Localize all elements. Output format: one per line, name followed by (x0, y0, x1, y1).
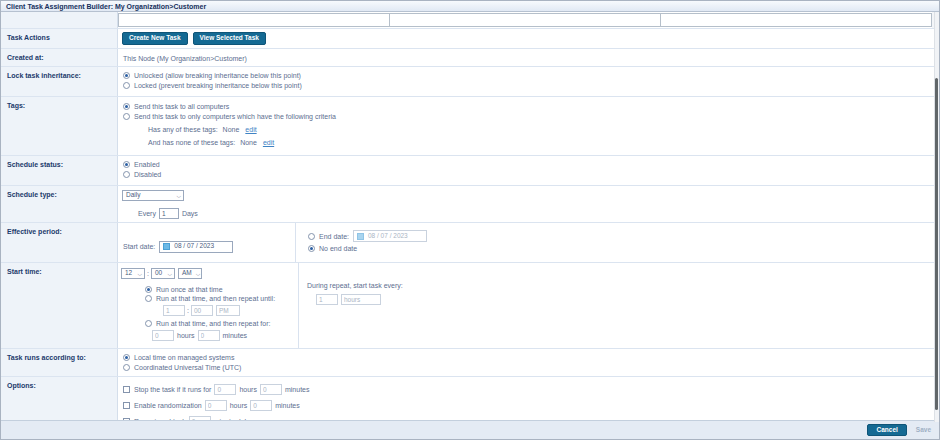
local-time-radio[interactable] (123, 354, 130, 361)
during-repeat-inputs (316, 294, 939, 305)
repeat-until-radio[interactable] (145, 295, 152, 302)
repeat-for-hours-input[interactable] (152, 330, 174, 341)
hours-label: hours (177, 332, 195, 339)
during-repeat-group: During repeat, start task every: (299, 263, 939, 348)
utc-option: Coordinated Universal Time (UTC) (123, 364, 939, 371)
local-time-label: Local time on managed systems (134, 354, 234, 361)
run-once-label: Run once at that time (156, 286, 223, 293)
randomization-minutes-input[interactable] (250, 400, 272, 411)
repeat-for-inputs: hours minutes (152, 330, 298, 341)
repeat-until-inputs: : (163, 305, 298, 316)
start-time-left: 12 ⌵ : 00 ⌵ AM ⌵ Run once at that ti (118, 263, 298, 348)
criteria-computers-radio[interactable] (123, 113, 130, 120)
during-repeat-unit-input[interactable] (341, 294, 381, 305)
create-new-task-button[interactable]: Create New Task (122, 32, 188, 45)
lock-inheritance-row: Lock task inheritance: Unlocked (allow b… (1, 67, 939, 97)
criteria-computers-option: Send this task to only computers which h… (123, 113, 939, 120)
end-date-label: End date: (319, 233, 349, 240)
effective-period-label: Effective period: (1, 223, 118, 262)
unlocked-radio[interactable] (123, 72, 130, 79)
end-date-option: End date: 08 / 07 / 2023 (308, 230, 939, 242)
during-repeat-label: During repeat, start task every: (307, 282, 939, 289)
stop-task-hours-input[interactable] (214, 384, 236, 395)
save-button[interactable]: Save (911, 424, 936, 437)
has-any-tags-text: Has any of these tags: (148, 126, 218, 133)
randomization-hours-input[interactable] (205, 400, 227, 411)
options-label: Options: (1, 377, 118, 422)
options-row: Options: Stop the task if it runs for ho… (1, 377, 939, 422)
all-computers-radio[interactable] (123, 103, 130, 110)
minute-select[interactable]: 00 ⌵ (151, 268, 175, 279)
run-once-option: Run once at that time (145, 286, 298, 293)
during-repeat-value-input[interactable] (316, 294, 338, 305)
hour-value: 12 (125, 270, 132, 277)
selector-cell-1[interactable] (118, 13, 389, 27)
has-any-tags-value: None (223, 126, 240, 133)
tags-criteria-line-1: Has any of these tags: Noneedit (148, 126, 939, 133)
repeat-until-hour-input[interactable] (163, 305, 185, 316)
end-date-input[interactable]: 08 / 07 / 2023 (353, 230, 427, 242)
task-runs-label: Task runs according to: (1, 349, 118, 376)
schedule-type-select[interactable]: Daily ⌵ (122, 190, 184, 201)
cancel-button[interactable]: Cancel (867, 424, 906, 437)
selector-cell-3[interactable] (660, 13, 932, 27)
run-once-radio[interactable] (145, 286, 152, 293)
selector-cell-2[interactable] (389, 13, 660, 27)
enabled-radio[interactable] (123, 161, 130, 168)
utc-radio[interactable] (123, 364, 130, 371)
minutes-label: minutes (223, 332, 248, 339)
task-selector-row (1, 12, 939, 29)
calendar-icon[interactable] (163, 243, 170, 250)
no-end-date-radio[interactable] (308, 245, 315, 252)
client-task-assignment-builder: Client Task Assignment Builder: My Organ… (0, 0, 940, 440)
randomization-checkbox[interactable] (123, 402, 130, 409)
stop-task-checkbox[interactable] (123, 386, 130, 393)
schedule-type-selected-value: Daily (126, 192, 140, 199)
disabled-radio[interactable] (123, 171, 130, 178)
schedule-status-row: Schedule status: Enabled Disabled (1, 156, 939, 186)
created-at-row: Created at: This Node (My Organization>C… (1, 49, 939, 67)
end-date-radio[interactable] (308, 233, 315, 240)
repeat-for-minutes-input[interactable] (198, 330, 220, 341)
every-days-input[interactable] (159, 208, 179, 219)
local-time-option: Local time on managed systems (123, 354, 939, 361)
chevron-down-icon: ⌵ (196, 271, 201, 277)
start-date-group: Start date: 08 / 07 / 2023 (118, 223, 295, 262)
created-at-value: This Node (My Organization>Customer) (123, 55, 247, 62)
time-separator: : (187, 307, 189, 314)
chevron-down-icon: ⌵ (137, 271, 142, 277)
view-selected-task-button[interactable]: View Selected Task (193, 32, 266, 45)
repeat-for-option: Run at that time, and then repeat for: (145, 320, 298, 327)
repeat-until-label: Run at that time, and then repeat until: (156, 295, 275, 302)
footer-bar: Cancel Save (1, 420, 939, 439)
vertical-scrollbar-thumb[interactable] (935, 78, 938, 410)
stop-task-option: Stop the task if it runs for hours minut… (123, 384, 939, 395)
unlocked-option: Unlocked (allow breaking inheritance bel… (123, 72, 939, 79)
repeat-until-minute-input[interactable] (191, 305, 213, 316)
has-none-tags-text: And has none of these tags: (148, 139, 235, 146)
lock-inheritance-label: Lock task inheritance: (1, 67, 118, 96)
start-time-row: Start time: 12 ⌵ : 00 ⌵ AM ⌵ (1, 263, 939, 349)
meridiem-select[interactable]: AM ⌵ (178, 268, 202, 279)
repeat-until-meridiem-input[interactable] (216, 305, 240, 316)
tags-row: Tags: Send this task to all computers Se… (1, 97, 939, 156)
enabled-label: Enabled (134, 161, 160, 168)
locked-radio[interactable] (123, 82, 130, 89)
start-date-input[interactable]: 08 / 07 / 2023 (159, 241, 233, 253)
has-any-tags-edit-link[interactable]: edit (245, 126, 256, 133)
start-date-label: Start date: (123, 243, 155, 250)
meridiem-value: AM (182, 270, 192, 277)
selector-cells (118, 12, 932, 28)
repeat-for-radio[interactable] (145, 320, 152, 327)
hour-select[interactable]: 12 ⌵ (121, 268, 145, 279)
time-select-group: 12 ⌵ : 00 ⌵ AM ⌵ (121, 268, 298, 279)
end-date-group: End date: 08 / 07 / 2023 No end date (296, 223, 939, 262)
stop-task-label: Stop the task if it runs for (134, 386, 211, 393)
unlocked-label: Unlocked (allow breaking inheritance bel… (134, 72, 301, 79)
stop-task-minutes-input[interactable] (260, 384, 282, 395)
no-end-date-label: No end date (319, 245, 357, 252)
chevron-down-icon: ⌵ (167, 271, 172, 277)
schedule-status-label: Schedule status: (1, 156, 118, 185)
randomization-option: Enable randomization hours minutes (123, 400, 939, 411)
has-none-tags-edit-link[interactable]: edit (263, 139, 274, 146)
